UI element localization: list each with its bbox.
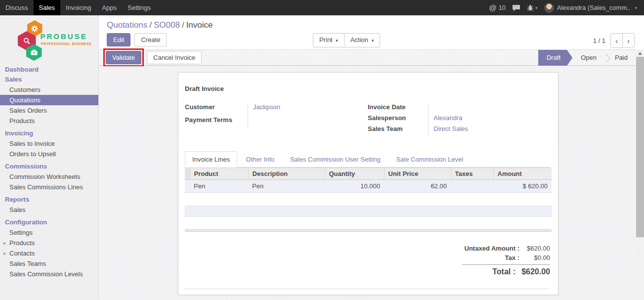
- scroll-up-arrow-icon[interactable]: [638, 52, 642, 55]
- sidebar-nav: Dashboard Sales Customers Quotations Sal…: [0, 65, 98, 279]
- expand-arrow-icon[interactable]: ▸: [3, 250, 6, 257]
- column-header-product[interactable]: Product: [190, 168, 248, 180]
- tab-invoice-lines[interactable]: Invoice Lines: [185, 151, 237, 168]
- print-label: Print: [319, 36, 333, 43]
- menu-discuss[interactable]: Discuss: [0, 0, 34, 15]
- status-step-draft[interactable]: Draft: [538, 50, 572, 66]
- salesperson-value[interactable]: Alexandra: [433, 114, 544, 125]
- cell-taxes[interactable]: [451, 180, 493, 193]
- breadcrumb-so008[interactable]: SO008: [154, 20, 180, 30]
- sidebar-header-reports[interactable]: Reports: [0, 195, 98, 205]
- breadcrumb-invoice: Invoice: [186, 20, 213, 30]
- chat-bubble-icon: [512, 4, 520, 11]
- vertical-scrollbar[interactable]: [636, 49, 644, 300]
- payment-terms-value[interactable]: [253, 116, 353, 129]
- user-name: Alexandra (Sales_comm..: [557, 4, 631, 11]
- sidebar-item-customers[interactable]: Customers: [0, 85, 98, 95]
- action-dropdown-button[interactable]: Action ▾: [344, 33, 380, 47]
- breadcrumb-quotations[interactable]: Quotations: [107, 20, 147, 30]
- brand-name: PROBUSE: [41, 32, 87, 41]
- total-value: $620.00: [515, 267, 550, 276]
- cell-amount[interactable]: $ 620.00: [493, 180, 552, 193]
- sidebar-item-reports-sales[interactable]: Sales: [0, 205, 98, 215]
- sidebar-header-invoicing[interactable]: Invoicing: [0, 129, 98, 138]
- chevron-down-icon: ▾: [372, 38, 374, 43]
- column-header-quantity[interactable]: Quantity: [325, 168, 384, 180]
- sidebar-item-commission-worksheets[interactable]: Commission Worksheets: [0, 171, 98, 182]
- total-label: Total :: [492, 267, 515, 276]
- print-dropdown-button[interactable]: Print ▾: [313, 33, 344, 47]
- app-menus: Discuss Sales Invoicing Apps Settings: [0, 0, 156, 15]
- tab-sale-commission-level[interactable]: Sale Commission Level: [389, 152, 470, 167]
- table-header-row: Product Description Quantity Unit Price …: [185, 168, 552, 180]
- status-step-paid[interactable]: Paid: [606, 50, 636, 66]
- sidebar-header-dashboard[interactable]: Dashboard: [0, 65, 98, 75]
- table-row[interactable]: Pen Pen 10.000 62.00 $ 620.00: [185, 180, 552, 193]
- cancel-invoice-button[interactable]: Cancel Invoice: [147, 51, 202, 64]
- sidebar-item-orders-to-upsell[interactable]: Orders to Upsell: [0, 149, 98, 159]
- column-header-amount[interactable]: Amount: [493, 168, 552, 180]
- sidebar-item-config-products[interactable]: ▸ Products: [0, 238, 98, 248]
- pager-next-button[interactable]: ›: [622, 33, 635, 48]
- sidebar: PROBUSE PROFESSIONAL BUSINESS Dashboard …: [0, 15, 99, 300]
- notebook-tabs: Invoice Lines Other Info Sales Commissio…: [185, 151, 550, 168]
- invoice-lines-table: Product Description Quantity Unit Price …: [185, 168, 552, 193]
- tax-label: Tax :: [505, 254, 519, 261]
- user-menu[interactable]: Alexandra (Sales_comm.. ▾: [544, 3, 637, 13]
- sidebar-item-sales-commissions-lines[interactable]: Sales Commissions Lines: [0, 182, 98, 192]
- sidebar-item-sales-to-invoice[interactable]: Sales to Invoice: [0, 138, 98, 149]
- avatar: [544, 3, 554, 13]
- column-header-taxes[interactable]: Taxes: [451, 168, 493, 180]
- sidebar-item-label: Contacts: [9, 250, 35, 257]
- debug-menu-button[interactable]: ▾: [527, 4, 538, 11]
- content-area: Draft Invoice Customer Jackpson . Paymen…: [99, 66, 636, 300]
- menu-sales[interactable]: Sales: [34, 0, 61, 15]
- sidebar-item-sales-commission-levels[interactable]: Sales Commission Levels: [0, 269, 98, 279]
- sidebar-item-products[interactable]: Products: [0, 116, 98, 126]
- probuse-logo[interactable]: PROBUSE PROFESSIONAL BUSINESS: [5, 19, 94, 62]
- pager-previous-button[interactable]: ‹: [610, 33, 623, 48]
- invoice-date-value[interactable]: [433, 103, 544, 114]
- briefcase-icon: [30, 49, 38, 56]
- scrollbar-thumb[interactable]: [636, 57, 644, 237]
- bug-icon: [527, 4, 534, 11]
- mention-count: 10: [499, 4, 506, 11]
- menu-invoicing[interactable]: Invoicing: [60, 0, 96, 15]
- column-header-unit-price[interactable]: Unit Price: [384, 168, 451, 180]
- status-step-open[interactable]: Open: [572, 50, 605, 66]
- edit-button[interactable]: Edit: [107, 33, 130, 46]
- sidebar-item-sales-orders[interactable]: Sales Orders: [0, 105, 98, 116]
- totals-block: Untaxed Amount : $620.00 Tax : $0.00 Tot…: [446, 244, 550, 277]
- row-handle-column: [185, 168, 190, 180]
- cell-description[interactable]: Pen: [248, 180, 325, 193]
- sidebar-item-config-contacts[interactable]: ▸ Contacts: [0, 248, 98, 258]
- row-handle: [185, 180, 190, 193]
- tab-other-info[interactable]: Other Info: [239, 152, 282, 167]
- sidebar-item-quotations[interactable]: Quotations: [0, 95, 98, 105]
- sidebar-header-configuration[interactable]: Configuration: [0, 217, 98, 227]
- at-icon: @: [489, 3, 496, 12]
- pager-value: 1 / 1: [593, 37, 605, 44]
- expand-arrow-icon[interactable]: ▸: [3, 239, 6, 247]
- sidebar-item-sales-teams[interactable]: Sales Teams: [0, 258, 98, 269]
- customer-value[interactable]: Jackpson: [253, 103, 353, 116]
- tab-sales-commission-user-setting[interactable]: Sales Commission User Setting: [283, 152, 387, 167]
- cell-unit-price[interactable]: 62.00: [384, 180, 451, 193]
- create-button[interactable]: Create: [134, 33, 167, 46]
- mentions-counter[interactable]: @ 10: [489, 3, 506, 12]
- sidebar-header-commissions[interactable]: Commissions: [0, 162, 98, 171]
- column-header-description[interactable]: Description: [248, 168, 325, 180]
- menu-apps[interactable]: Apps: [96, 0, 122, 15]
- breadcrumb-separator: /: [147, 20, 154, 30]
- menu-settings[interactable]: Settings: [122, 0, 156, 15]
- messages-button[interactable]: [512, 4, 520, 11]
- sales-team-value[interactable]: Direct Sales: [433, 125, 544, 136]
- sidebar-item-config-settings[interactable]: Settings: [0, 227, 98, 238]
- brand-tagline: PROFESSIONAL BUSINESS: [41, 42, 92, 45]
- cell-quantity[interactable]: 10.000: [325, 180, 384, 193]
- section-divider: [185, 229, 552, 232]
- sidebar-header-sales[interactable]: Sales: [0, 75, 98, 85]
- validate-button[interactable]: Validate: [106, 51, 141, 64]
- briefcase-hexagon: [26, 44, 42, 61]
- cell-product[interactable]: Pen: [190, 180, 248, 193]
